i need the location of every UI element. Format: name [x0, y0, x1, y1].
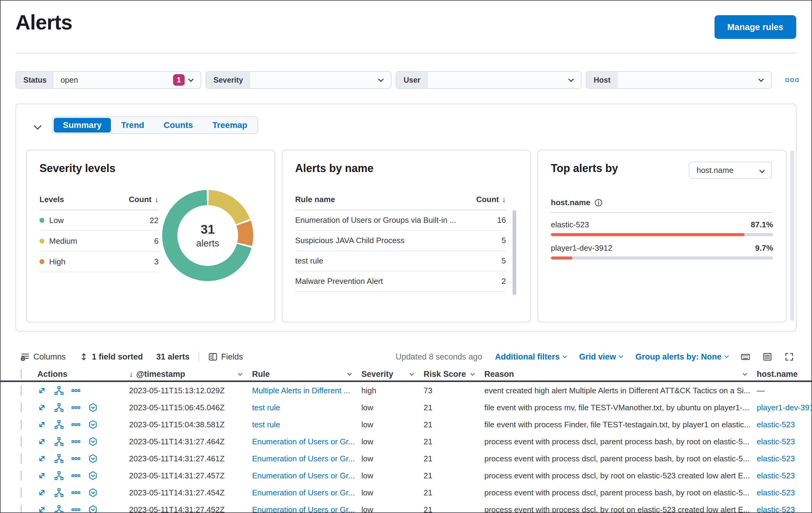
alert-host-link[interactable]: elastic-523	[757, 420, 795, 429]
manage-rules-button[interactable]: Manage rules	[715, 15, 796, 39]
expand-alert-icon[interactable]	[37, 488, 47, 497]
chevron-down-icon[interactable]	[470, 371, 475, 375]
row-checkbox[interactable]	[21, 385, 22, 396]
alert-rule-link[interactable]: test rule	[252, 420, 280, 429]
group-alerts-button[interactable]: Group alerts by: None	[635, 352, 728, 362]
sort-fields-button[interactable]: 1 field sorted	[79, 352, 143, 362]
alert-risk-score: 21	[424, 488, 484, 497]
host-percent: 87.1%	[751, 220, 773, 230]
session-view-icon[interactable]	[88, 420, 97, 429]
analyze-event-icon[interactable]	[54, 403, 63, 412]
row-checkbox[interactable]	[21, 402, 22, 413]
session-view-icon[interactable]	[88, 488, 97, 497]
alert-host-link[interactable]: elastic-523	[757, 488, 795, 497]
alert-rule-link[interactable]: Enumeration of Users or Gr...	[252, 505, 355, 513]
expand-alert-icon[interactable]	[37, 386, 47, 395]
severity-row-medium: Medium 6	[39, 231, 158, 252]
rule-column-header[interactable]: Rule	[252, 370, 361, 379]
filter-settings-icon[interactable]	[786, 78, 799, 82]
tab-treemap[interactable]: Treemap	[203, 118, 256, 133]
more-actions-icon[interactable]	[71, 420, 81, 429]
more-actions-icon[interactable]	[71, 488, 81, 497]
top-alerts-field-select[interactable]: host.name	[689, 162, 772, 179]
host-column-header[interactable]: host.name	[757, 370, 812, 379]
row-checkbox[interactable]	[21, 454, 22, 464]
row-checkbox[interactable]	[21, 487, 22, 498]
analyze-event-icon[interactable]	[54, 471, 63, 480]
alert-host-link[interactable]: elastic-523	[757, 437, 795, 447]
row-checkbox[interactable]	[21, 470, 22, 481]
user-filter[interactable]: User	[396, 71, 582, 89]
alert-rule-link[interactable]: Multiple Alerts in Different ...	[252, 386, 350, 396]
chevron-down-icon[interactable]	[238, 371, 242, 375]
tab-summary[interactable]: Summary	[54, 118, 111, 133]
scrollbar-thumb[interactable]	[790, 151, 794, 321]
session-view-icon[interactable]	[88, 454, 97, 463]
analyze-event-icon[interactable]	[54, 420, 63, 429]
alert-host-link[interactable]: elastic-523	[757, 505, 795, 513]
analyze-event-icon[interactable]	[54, 386, 63, 395]
more-actions-icon[interactable]	[71, 471, 81, 480]
expand-alert-icon[interactable]	[37, 505, 47, 513]
tab-trend[interactable]: Trend	[112, 118, 153, 133]
analyze-event-icon[interactable]	[54, 488, 63, 497]
severity-filter[interactable]: Severity	[206, 71, 392, 89]
session-view-icon[interactable]	[88, 403, 97, 412]
display-density-button[interactable]	[763, 352, 772, 361]
grid-view-button[interactable]: Grid view	[579, 352, 623, 362]
severity-label: Medium	[49, 237, 77, 246]
alert-timestamp: 2023-05-11T15:04:38.581Z	[129, 420, 252, 429]
columns-button[interactable]: Columns	[21, 352, 66, 362]
more-actions-icon[interactable]	[71, 437, 81, 446]
count-column-header[interactable]: Count	[129, 195, 151, 204]
fields-button[interactable]: Fields	[208, 352, 243, 362]
timestamp-column-header[interactable]: ↓ @timestamp	[129, 370, 252, 379]
row-checkbox[interactable]	[21, 420, 22, 430]
more-actions-icon[interactable]	[71, 505, 81, 513]
alert-host-link[interactable]: player1-dev-3912	[757, 403, 812, 412]
alert-host-link[interactable]: —	[757, 386, 765, 396]
alert-rule-link[interactable]: Enumeration of Users or Gr...	[252, 471, 355, 481]
expand-alert-icon[interactable]	[37, 403, 47, 412]
expand-alert-icon[interactable]	[37, 471, 47, 480]
row-checkbox[interactable]	[21, 436, 22, 447]
status-filter[interactable]: Status open 1	[16, 71, 201, 89]
alert-host-link[interactable]: elastic-523	[757, 454, 795, 463]
count-column-header[interactable]: Count	[476, 195, 499, 204]
collapse-chevron-icon[interactable]	[34, 122, 41, 130]
severity-column-header[interactable]: Severity	[361, 370, 424, 379]
fullscreen-button[interactable]	[785, 352, 794, 361]
expand-alert-icon[interactable]	[37, 437, 47, 446]
risk-score-column-header[interactable]: Risk Score	[424, 370, 484, 379]
keyboard-shortcuts-button[interactable]	[741, 352, 750, 361]
alert-rule-link[interactable]: Enumeration of Users or Gr...	[252, 488, 355, 497]
expand-alert-icon[interactable]	[37, 454, 47, 463]
chevron-down-icon[interactable]	[743, 371, 747, 375]
row-checkbox[interactable]	[21, 505, 22, 513]
session-view-icon[interactable]	[88, 471, 97, 480]
reason-column-header[interactable]: Reason	[484, 370, 757, 379]
tab-counts[interactable]: Counts	[154, 118, 202, 133]
scrollbar-thumb[interactable]	[513, 210, 516, 295]
chevron-down-icon[interactable]	[347, 371, 352, 375]
alert-rule-link[interactable]: Enumeration of Users or Gr...	[252, 437, 355, 447]
more-actions-icon[interactable]	[71, 454, 81, 463]
alert-rule-link[interactable]: Enumeration of Users or Gr...	[252, 454, 355, 463]
more-actions-icon[interactable]	[71, 386, 81, 395]
host-filter[interactable]: Host	[586, 71, 772, 89]
expand-alert-icon[interactable]	[37, 420, 47, 429]
alert-host-link[interactable]: elastic-523	[757, 471, 795, 481]
analyze-event-icon[interactable]	[54, 454, 63, 463]
additional-filters-button[interactable]: Additional filters	[495, 352, 566, 362]
session-view-icon[interactable]	[88, 437, 97, 446]
more-actions-icon[interactable]	[71, 403, 81, 412]
info-icon[interactable]	[594, 199, 603, 207]
session-view-icon[interactable]	[88, 505, 97, 513]
progress-bar	[551, 233, 773, 236]
analyze-event-icon[interactable]	[54, 505, 63, 513]
severity-count: 22	[150, 216, 158, 225]
chevron-down-icon[interactable]	[410, 371, 414, 375]
analyze-event-icon[interactable]	[54, 437, 63, 446]
select-all-checkbox[interactable]	[21, 369, 22, 379]
alert-rule-link[interactable]: test rule	[252, 403, 280, 412]
